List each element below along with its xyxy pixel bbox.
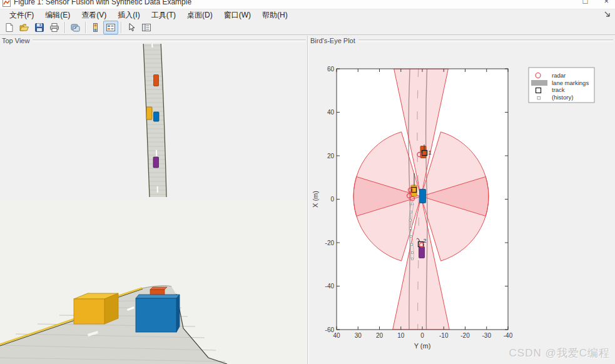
link-plot-icon [70, 23, 80, 33]
track-label-1: 1 [429, 149, 432, 156]
toolbar-separator [85, 22, 86, 33]
bep-rear-car [419, 247, 425, 258]
top-view-panel-title: Top View [2, 37, 29, 44]
svg-text:-30: -30 [482, 332, 492, 339]
svg-text:radar: radar [552, 72, 566, 79]
svg-text:-40: -40 [504, 332, 513, 339]
colorbar-icon [91, 23, 101, 33]
svg-text:40: 40 [333, 332, 340, 339]
menu-edit[interactable]: 编辑(E) [39, 9, 76, 21]
cursor-arrow-icon [126, 23, 136, 33]
divider [33, 39, 306, 42]
toolbar-separator [121, 22, 121, 33]
new-document-icon [4, 23, 14, 33]
svg-text:(history): (history) [552, 94, 573, 101]
save-floppy-icon [34, 23, 44, 33]
svg-text:20: 20 [376, 332, 384, 339]
chase-yellow-vehicle [74, 293, 118, 324]
window-title: Figure 1: Sensor Fusion with Synthetic D… [14, 0, 191, 7]
menu-help[interactable]: 帮助(H) [257, 9, 293, 21]
x-tick-labels: 40 30 20 10 0 -10 -20 -30 -40 [333, 332, 512, 339]
svg-text:-10: -10 [439, 332, 449, 339]
menu-window[interactable]: 窗口(W) [218, 9, 257, 21]
dock-figure-arrow-icon[interactable] [604, 10, 611, 18]
passing-car-top [146, 107, 152, 119]
birds-eye-plot[interactable]: 1 2 40 30 20 10 [308, 36, 615, 364]
maximize-button[interactable]: □ [583, 0, 588, 6]
figure-toolbar [0, 21, 615, 35]
new-figure-button[interactable] [2, 21, 17, 34]
svg-text:-60: -60 [325, 326, 335, 333]
open-folder-icon [19, 23, 29, 33]
menu-file[interactable]: 文件(F) [4, 9, 39, 21]
svg-text:-20: -20 [460, 332, 470, 339]
chase-camera-canvas [0, 200, 307, 364]
svg-text:track: track [552, 86, 565, 93]
legend-lane-marker [531, 80, 547, 86]
printer-icon [49, 23, 59, 33]
rear-car-top [153, 157, 159, 168]
csdn-watermark: CSDN @我爱C编程 [509, 346, 610, 360]
toolbar-separator [64, 22, 65, 33]
legend-icon [106, 23, 116, 33]
y-tick-labels: 60 40 20 0 -20 -40 -60 [325, 66, 335, 333]
link-plot-button[interactable] [68, 21, 83, 34]
menu-insert[interactable]: 插入(I) [112, 9, 145, 21]
svg-text:-40: -40 [325, 283, 335, 290]
open-file-button[interactable] [17, 21, 32, 34]
menu-bar: 文件(F) 编辑(E) 查看(V) 插入(I) 工具(T) 桌面(D) 窗口(W… [0, 9, 615, 21]
y-axis-label: X (m) [312, 191, 319, 208]
print-figure-button[interactable] [47, 21, 62, 34]
plot-browser-icon [141, 23, 151, 33]
x-axis-label: Y (m) [414, 342, 431, 350]
svg-text:10: 10 [397, 332, 405, 339]
plot-legend[interactable]: radar lane markings track (history) [529, 68, 594, 103]
save-figure-button[interactable] [32, 21, 47, 34]
menu-tools[interactable]: 工具(T) [146, 9, 181, 21]
svg-text:0: 0 [420, 332, 424, 339]
ego-car-top [154, 112, 160, 121]
insert-colorbar-button[interactable] [88, 21, 103, 34]
lead-car-top [154, 75, 159, 86]
menu-view[interactable]: 查看(V) [76, 9, 112, 21]
insert-legend-button[interactable] [103, 21, 118, 34]
top-view-canvas [0, 44, 307, 197]
matlab-figure-icon [3, 0, 11, 7]
svg-text:lane markings: lane markings [552, 79, 589, 86]
svg-text:30: 30 [355, 332, 362, 339]
svg-text:60: 60 [327, 66, 335, 73]
window-titlebar: Figure 1: Sensor Fusion with Synthetic D… [0, 0, 615, 9]
plot-browser-button[interactable] [139, 21, 154, 34]
svg-text:0: 0 [330, 196, 334, 203]
menu-desktop[interactable]: 桌面(D) [181, 9, 218, 21]
close-button[interactable]: × [604, 0, 609, 6]
chase-blue-vehicle [136, 295, 180, 332]
svg-text:20: 20 [327, 153, 335, 159]
svg-text:-20: -20 [325, 240, 335, 246]
svg-text:40: 40 [327, 109, 335, 116]
edit-plot-button[interactable] [124, 21, 139, 34]
bep-ego-car [420, 190, 426, 203]
track-label-2: 2 [424, 238, 427, 244]
